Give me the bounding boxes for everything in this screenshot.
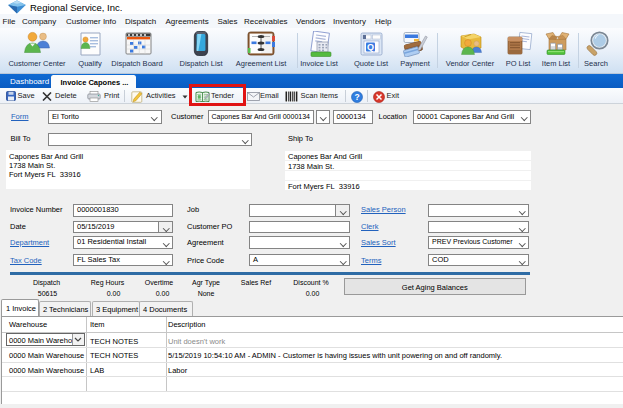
svg-text:Q: Q: [367, 42, 374, 52]
svg-text:?: ?: [354, 92, 359, 102]
